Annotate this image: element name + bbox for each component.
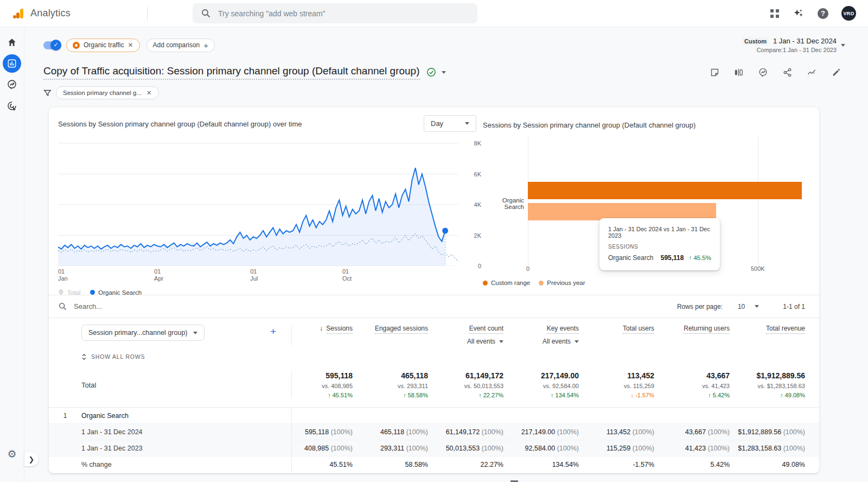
- top-bar: Analytics ? VRD: [0, 0, 868, 27]
- filter-chip[interactable]: Session primary channel g... ✕: [56, 86, 159, 99]
- line-chart-panel: Sessions by Session primary channel grou…: [49, 107, 483, 295]
- column-header-returning-users[interactable]: Returning users: [668, 325, 744, 345]
- edit-pencil-icon[interactable]: [832, 68, 841, 77]
- table-search-input[interactable]: [74, 302, 237, 310]
- sparkline-insights-icon[interactable]: [807, 67, 817, 78]
- metric-cell: 92,584.00 (100%): [518, 440, 593, 456]
- metric-cell: 465,118 (100%): [367, 424, 442, 440]
- show-all-rows-label: SHOW ALL ROWS: [91, 353, 145, 360]
- comparison-color-icon: [73, 42, 80, 49]
- table-row[interactable]: % change45.51%58.58%22.27%134.54%-1.57%5…: [49, 456, 819, 472]
- date-range-picker[interactable]: Custom 1 Jan - 31 Dec 2024 Compare:1 Jan…: [742, 37, 845, 53]
- table-row-group[interactable]: 1 Organic Search: [49, 407, 819, 423]
- chevron-down-icon[interactable]: [755, 305, 759, 308]
- add-column-button[interactable]: +: [270, 326, 276, 338]
- legend-organic-search[interactable]: Organic Search: [90, 289, 142, 296]
- metric-cell: 58.58%: [367, 456, 442, 472]
- reports-icon[interactable]: [3, 54, 21, 73]
- remove-filter-icon[interactable]: ✕: [146, 89, 152, 97]
- comparison-chip-label: Organic traffic: [84, 41, 124, 49]
- group-cell: [291, 408, 367, 423]
- share-icon[interactable]: [783, 68, 792, 77]
- dimension-select[interactable]: Session primary...channel group): [81, 325, 205, 341]
- group-cell: [442, 408, 518, 423]
- column-header-key-events[interactable]: Key eventsAll events: [518, 325, 593, 345]
- comparison-toggle[interactable]: ✓: [43, 41, 60, 49]
- settings-gear-icon[interactable]: ⚙: [7, 448, 16, 460]
- metric-cell: 293,311 (100%): [367, 440, 442, 456]
- metric-cell: 22.27%: [442, 456, 518, 472]
- add-comparison-button[interactable]: Add comparison +: [146, 39, 215, 52]
- comparison-chip-organic-traffic[interactable]: Organic traffic ✕: [66, 39, 140, 52]
- dimension-select-label: Session primary...channel group): [88, 329, 188, 337]
- advertising-icon[interactable]: [7, 100, 18, 112]
- total-cell: 61,149,172vs. 50,013,553↑ 22.27%: [442, 371, 518, 398]
- filter-chip-label: Session primary channel g...: [63, 90, 142, 96]
- total-label: Total: [49, 371, 291, 398]
- y-axis-tick: 4K: [474, 201, 481, 208]
- table-row[interactable]: 1 Jan - 31 Dec 2023408,985 (100%)293,311…: [49, 440, 819, 456]
- gemini-sparkle-icon[interactable]: [793, 8, 805, 20]
- global-search[interactable]: [193, 3, 477, 23]
- metric-cell: -1.57%: [593, 456, 668, 472]
- y-axis-tick: 8K: [474, 140, 481, 147]
- metric-cell: $1,283,158.63 (100%): [744, 440, 819, 456]
- metric-cell: 41,423 (100%): [668, 440, 744, 456]
- column-header-total-users[interactable]: Total users: [593, 325, 668, 345]
- table-row[interactable]: 1 Jan - 31 Dec 2024595,118 (100%)465,118…: [49, 423, 819, 440]
- column-header-total-revenue[interactable]: Total revenue: [744, 325, 819, 345]
- show-all-rows-button[interactable]: SHOW ALL ROWS: [81, 350, 819, 364]
- bar-chart-panel: Sessions by Session primary channel grou…: [483, 107, 819, 295]
- table-header-row: Session primary...channel group) + ↓ Ses…: [49, 318, 819, 348]
- apps-grid-icon[interactable]: [770, 9, 780, 18]
- column-header-engaged-sessions[interactable]: Engaged sessions: [367, 325, 442, 345]
- bar-custom-range[interactable]: [528, 182, 802, 199]
- metric-cell: 43,667 (100%): [668, 424, 744, 440]
- chevron-down-icon: [465, 122, 469, 125]
- row-index: 1: [49, 412, 81, 420]
- legend-dot-icon: [539, 281, 544, 286]
- tooltip-title: 1 Jan - 31 Dec 2024 vs 1 Jan - 31 Dec 20…: [608, 226, 711, 239]
- metric-cell: 115,259 (100%): [593, 440, 668, 456]
- search-input[interactable]: [218, 9, 469, 18]
- title-chevron-down-icon[interactable]: [442, 71, 446, 74]
- explore-icon[interactable]: [7, 79, 18, 91]
- date-preset-badge: Custom: [742, 37, 769, 45]
- legend-total[interactable]: Total: [58, 289, 80, 296]
- column-header-sessions[interactable]: ↓ Sessions: [291, 325, 367, 345]
- analytics-logo-icon[interactable]: [12, 7, 25, 20]
- granularity-select[interactable]: Day: [424, 115, 476, 132]
- saved-check-icon: [426, 67, 436, 77]
- legend-custom-range[interactable]: Custom range: [483, 280, 530, 286]
- avatar[interactable]: VRD: [841, 6, 856, 21]
- remove-comparison-icon[interactable]: ✕: [127, 41, 133, 49]
- legend-custom-range-label: Custom range: [491, 280, 530, 286]
- x-axis-labels: 01 Jan01 Apr01 Jul01 Oct: [58, 268, 458, 284]
- line-chart-title: Sessions by Session primary channel grou…: [58, 120, 302, 128]
- insights-icon[interactable]: [758, 67, 768, 78]
- metric-cell: $1,912,889.56 (100%): [744, 424, 819, 440]
- total-cell: $1,912,889.56vs. $1,283,158.63↑ 49.08%: [744, 371, 819, 398]
- comparison-panel-icon[interactable]: [734, 68, 743, 77]
- note-icon[interactable]: [710, 68, 719, 77]
- rows-per-page-value[interactable]: 10: [738, 303, 745, 310]
- sessions-line-chart[interactable]: [58, 137, 458, 266]
- pin-icon: [58, 289, 64, 296]
- nav-rail: ⚙: [0, 27, 24, 482]
- home-icon[interactable]: [7, 37, 17, 48]
- group-cell: [518, 408, 593, 423]
- y-axis-tick: 2K: [474, 232, 481, 239]
- total-cell: 465,118vs. 293,311↑ 58.58%: [367, 371, 442, 398]
- tooltip-row-label: Organic Search: [608, 254, 653, 262]
- app-title[interactable]: Analytics: [30, 8, 71, 19]
- column-header-event-count[interactable]: Event countAll events: [442, 325, 518, 345]
- table-subrows: 1 Jan - 31 Dec 2024595,118 (100%)465,118…: [49, 423, 819, 472]
- legend-series-label: Organic Search: [98, 289, 142, 296]
- expand-nav-chevron-icon[interactable]: ❯: [24, 452, 39, 466]
- date-compare-text: Compare:1 Jan - 31 Dec 2023: [742, 47, 837, 53]
- row-label: 1 Jan - 31 Dec 2024: [49, 428, 291, 436]
- legend-previous-year[interactable]: Previous year: [539, 280, 585, 286]
- help-icon[interactable]: ?: [818, 8, 828, 19]
- page-title[interactable]: Copy of Traffic acquisition: Session pri…: [43, 65, 420, 80]
- filter-funnel-icon: [43, 89, 52, 97]
